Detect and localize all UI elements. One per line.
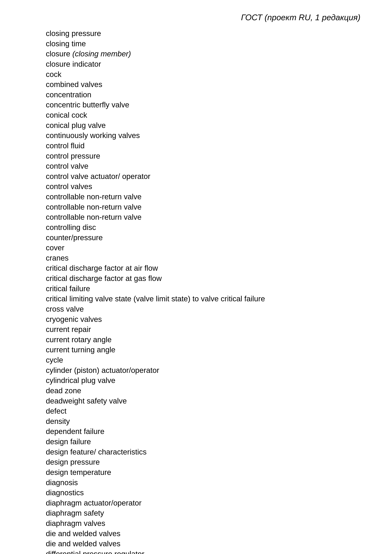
list-item: critical limiting valve state (valve lim…	[46, 294, 360, 304]
list-item: cock	[46, 69, 360, 80]
list-item: diaphragm safety	[46, 508, 360, 518]
list-item: current repair	[46, 324, 360, 335]
list-item: control fluid	[46, 141, 360, 151]
list-item: design failure	[46, 437, 360, 447]
list-item: combined valves	[46, 79, 360, 90]
list-item: concentric butterfly valve	[46, 100, 360, 110]
list-item: cross valve	[46, 304, 360, 314]
list-item: control valve	[46, 161, 360, 171]
list-item: dead zone	[46, 386, 360, 396]
list-item: diagnostics	[46, 488, 360, 498]
list-item: cover	[46, 243, 360, 253]
list-item: design pressure	[46, 457, 360, 467]
list-item: conical cock	[46, 110, 360, 120]
header-title: ГОСТ (проект RU, 1 редакция)	[241, 13, 360, 22]
content-list: closing pressure closing time closure (c…	[46, 28, 360, 554]
list-item: diagnosis	[46, 478, 360, 488]
list-item: defect	[46, 406, 360, 416]
list-item: cylinder (piston) actuator/operator	[46, 365, 360, 375]
list-item: design feature/ characteristics	[46, 447, 360, 457]
list-item: differential pressure regulator	[46, 549, 360, 554]
list-item: controllable non-return valve	[46, 212, 360, 222]
list-item: density	[46, 416, 360, 427]
list-item: die and welded valves	[46, 529, 360, 539]
list-item: diaphragm actuator/operator	[46, 498, 360, 508]
list-item: controllable non-return valve	[46, 192, 360, 202]
list-item: critical discharge factor at air flow	[46, 263, 360, 273]
list-item: critical discharge factor at gas flow	[46, 273, 360, 284]
list-item: cycle	[46, 355, 360, 365]
list-item: closing time	[46, 39, 360, 49]
list-item: current turning angle	[46, 345, 360, 355]
list-item: counter/pressure	[46, 233, 360, 243]
list-item: critical failure	[46, 284, 360, 294]
list-item: control valves	[46, 181, 360, 192]
page: ГОСТ (проект RU, 1 редакция) closing pre…	[0, 0, 392, 554]
list-item: continuously working valves	[46, 131, 360, 141]
list-item: design temperature	[46, 467, 360, 478]
list-item: concentration	[46, 90, 360, 100]
list-item: dependent failure	[46, 426, 360, 437]
list-item: closure (closing member)	[46, 49, 360, 59]
list-item: cranes	[46, 253, 360, 263]
list-item: diaphragm valves	[46, 518, 360, 529]
list-item: current rotary angle	[46, 335, 360, 345]
list-item: control pressure	[46, 151, 360, 161]
list-item: die and welded valves	[46, 539, 360, 549]
list-item: deadweight safety valve	[46, 396, 360, 406]
list-item: closing pressure	[46, 28, 360, 39]
list-item: cryogenic valves	[46, 314, 360, 325]
list-item: closure indicator	[46, 59, 360, 69]
list-item: controllable non-return valve	[46, 202, 360, 212]
list-item: cylindrical plug valve	[46, 375, 360, 386]
list-item: control valve actuator/ operator	[46, 171, 360, 182]
list-item: controlling disc	[46, 222, 360, 233]
list-item: conical plug valve	[46, 120, 360, 131]
